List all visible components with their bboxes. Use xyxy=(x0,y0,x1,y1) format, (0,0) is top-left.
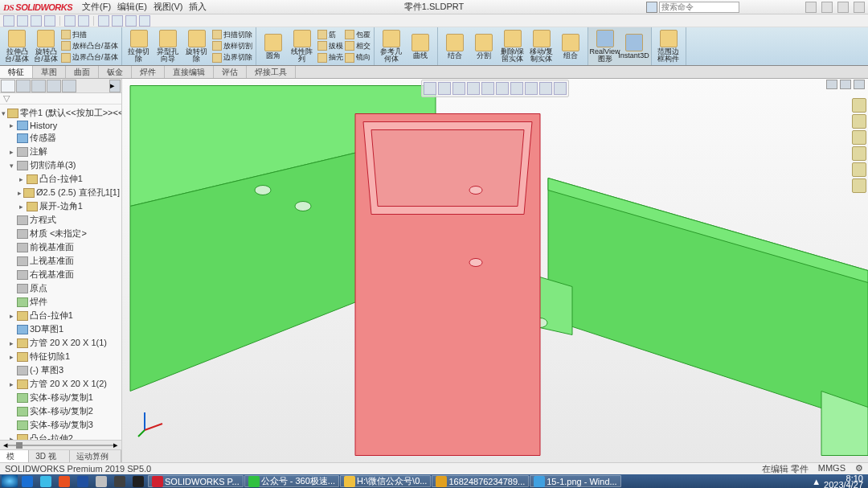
boundary-cut-button[interactable]: 边界切除 xyxy=(212,52,252,64)
tab-weldtools[interactable]: 焊接工具 xyxy=(247,66,296,78)
tree-root[interactable]: ▾零件1 (默认<<按加工>><<默认>_显示状 xyxy=(0,106,121,120)
tree-item[interactable]: ▸特征切除1 xyxy=(0,350,121,363)
fm-tab-prop-icon[interactable] xyxy=(16,80,31,92)
tray-icon[interactable]: ▲ xyxy=(812,477,821,486)
zoom-fit-icon[interactable] xyxy=(424,82,436,95)
display-style-icon[interactable] xyxy=(496,82,509,95)
taskbar-pinned[interactable] xyxy=(18,475,36,487)
select-icon[interactable] xyxy=(98,15,109,27)
wrap-button[interactable]: 包覆 xyxy=(345,29,371,40)
redo-icon[interactable] xyxy=(78,15,89,27)
hole-wizard-button[interactable]: 异型孔 向导 xyxy=(154,30,182,63)
btab-model[interactable]: 模型 xyxy=(0,450,29,462)
ref-geometry-button[interactable]: 参考几 何体 xyxy=(378,30,405,63)
revolve-boss-button[interactable]: 旋转凸 台/基体 xyxy=(32,30,59,63)
vp-max-icon[interactable] xyxy=(840,80,851,89)
curves-button[interactable]: 曲线 xyxy=(407,34,434,59)
fm-tab-display-icon[interactable] xyxy=(62,80,76,92)
sweep-button[interactable]: 扫描 xyxy=(61,29,118,40)
fm-tab-tree-icon[interactable] xyxy=(1,80,15,92)
taskbar-pinned[interactable] xyxy=(74,475,92,487)
taskbar-pinned[interactable] xyxy=(37,475,55,487)
tab-directedit[interactable]: 直接编辑 xyxy=(165,66,214,78)
status-units[interactable]: MMGS xyxy=(818,463,845,475)
fillet-button[interactable]: 圆角 xyxy=(260,34,287,59)
graphics-viewport[interactable] xyxy=(122,79,868,462)
split-button[interactable]: 分割 xyxy=(470,34,497,59)
mirror-button[interactable]: 镜向 xyxy=(345,52,371,64)
hide-show-icon[interactable] xyxy=(510,82,523,95)
combine-button[interactable]: 结合 xyxy=(441,34,469,59)
save-icon[interactable] xyxy=(31,15,42,27)
move-copy-button[interactable]: 移动/复 制实体 xyxy=(528,30,555,63)
rebuild-icon[interactable] xyxy=(112,15,123,27)
revolve-cut-button[interactable]: 旋转切 除 xyxy=(183,30,211,63)
vp-close-icon[interactable] xyxy=(854,80,865,89)
tab-weldments[interactable]: 焊件 xyxy=(132,66,165,78)
tab-sketch[interactable]: 草图 xyxy=(33,66,66,78)
bbox-button[interactable]: 范围边 框构件 xyxy=(655,30,682,63)
rib-button[interactable]: 筋 xyxy=(317,29,343,40)
appearances-icon[interactable] xyxy=(852,162,866,177)
custom-props-icon[interactable] xyxy=(852,178,866,193)
tree-item[interactable]: ▾切割清单(3) xyxy=(0,158,121,172)
system-tray[interactable]: ▲ 8:10 2023/4/27 xyxy=(812,475,866,488)
tree-item[interactable]: 焊件 xyxy=(0,295,121,309)
tree-item[interactable]: 右视基准面 xyxy=(0,268,121,281)
start-button[interactable] xyxy=(2,475,18,487)
menu-file[interactable]: 文件(F) xyxy=(82,1,111,13)
tab-surfaces[interactable]: 曲面 xyxy=(66,66,99,78)
section-view-icon[interactable] xyxy=(467,82,480,95)
tree-item[interactable]: ▸凸台-拉伸1 xyxy=(0,309,121,322)
zoom-area-icon[interactable] xyxy=(438,82,451,95)
delete-body-button[interactable]: 删除/保 留实体 xyxy=(499,30,526,63)
taskbar-app[interactable]: 15-1.png - Wind... xyxy=(530,475,620,487)
tree-item[interactable]: ▸注解 xyxy=(0,145,121,158)
tree-item[interactable]: ▸展开-边角1 xyxy=(0,199,121,213)
intersect-button[interactable]: 相交 xyxy=(345,40,371,51)
fm-tab-expand-icon[interactable]: ▸ xyxy=(109,80,121,92)
taskbar-app[interactable]: SOLIDWORKS P... xyxy=(148,475,244,487)
tree-item[interactable]: 上视基准面 xyxy=(0,254,121,268)
view-palette-icon[interactable] xyxy=(852,146,866,161)
extrude-cut-button[interactable]: 拉伸切 除 xyxy=(125,30,153,63)
tree-item[interactable]: 实体-移动/复制2 xyxy=(0,404,121,418)
view-triad[interactable] xyxy=(137,406,169,438)
file-explorer-icon[interactable] xyxy=(852,130,866,145)
undo-icon[interactable] xyxy=(64,15,76,27)
options-icon[interactable] xyxy=(125,15,137,27)
tree-item[interactable]: ▸方管 20 X 20 X 1(1) xyxy=(0,336,121,350)
taskbar-app[interactable]: 16824876234789... xyxy=(432,475,529,487)
feature-tree[interactable]: ▾零件1 (默认<<按加工>><<默认>_显示状 ▸History传感器▸注解▾… xyxy=(0,105,121,440)
shell-button[interactable]: 抽壳 xyxy=(317,52,343,64)
tree-item[interactable]: ▸凸台-拉伸1 xyxy=(0,172,121,186)
search-input[interactable] xyxy=(659,2,739,13)
open-icon[interactable] xyxy=(17,15,28,27)
vp-min-icon[interactable] xyxy=(826,80,837,89)
taskbar-app[interactable]: 公众号 - 360极速... xyxy=(244,475,339,487)
fm-tab-config-icon[interactable] xyxy=(31,80,46,92)
gear-icon[interactable] xyxy=(139,15,150,27)
btab-3dview[interactable]: 3D 视图 xyxy=(29,450,70,462)
tab-features[interactable]: 特征 xyxy=(0,66,33,78)
fm-tab-dim-icon[interactable] xyxy=(47,80,61,92)
draft-button[interactable]: 拔模 xyxy=(317,40,343,51)
taskbar-pinned[interactable] xyxy=(55,475,73,487)
tree-item[interactable]: ▸Ø2.5 (2.5) 直径孔1[1] xyxy=(0,186,121,199)
loft-button[interactable]: 放样凸台/基体 xyxy=(61,40,118,51)
boundary-button[interactable]: 边界凸台/基体 xyxy=(61,52,118,64)
search-icon[interactable] xyxy=(646,2,657,13)
taskbar-pinned[interactable] xyxy=(129,475,147,487)
tree-item[interactable]: 传感器 xyxy=(0,131,121,145)
tree-item[interactable]: ▸方管 20 X 20 X 1(2) xyxy=(0,377,121,391)
edit-appearance-icon[interactable] xyxy=(525,82,538,95)
print-icon[interactable] xyxy=(44,15,55,27)
combine2-button[interactable]: 组合 xyxy=(557,34,584,59)
tab-evaluate[interactable]: 评估 xyxy=(214,66,247,78)
btab-motion[interactable]: 运动算例 1 xyxy=(70,450,121,462)
tree-item[interactable]: ▸凸台-拉伸2 xyxy=(0,432,121,440)
prev-view-icon[interactable] xyxy=(452,82,465,95)
resources-icon[interactable] xyxy=(852,98,866,113)
new-icon[interactable] xyxy=(3,15,14,27)
fm-filter[interactable]: ▽ xyxy=(0,93,121,105)
